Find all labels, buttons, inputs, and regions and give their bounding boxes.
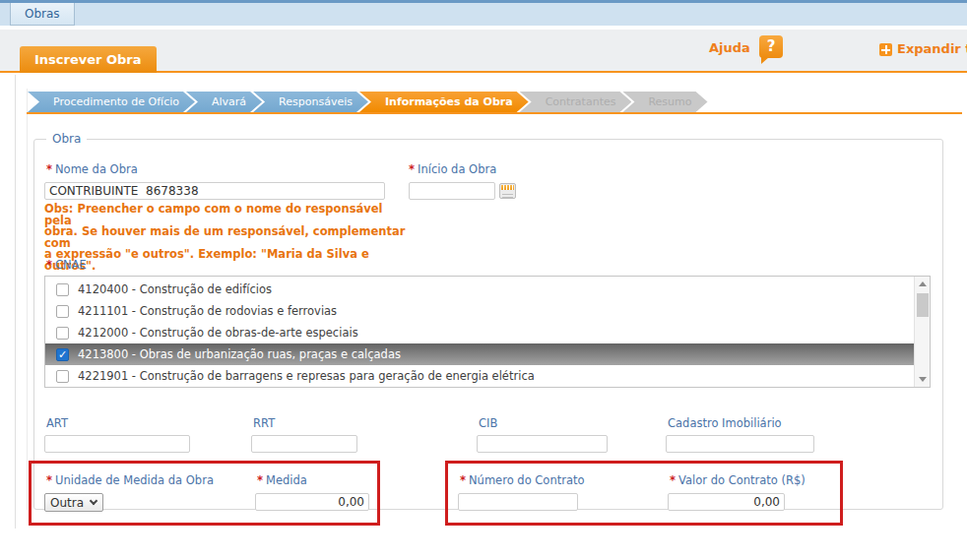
valor-contrato-input[interactable]: [668, 493, 785, 511]
required-marker: *: [409, 162, 415, 176]
checkbox-icon[interactable]: [56, 283, 69, 296]
checkbox-icon[interactable]: [56, 348, 69, 361]
cnae-option-label: 4212000 - Construção de obras-de-arte es…: [78, 326, 358, 340]
required-marker: *: [46, 162, 52, 176]
help-link[interactable]: Ajuda: [709, 40, 750, 55]
medida-label: *Medida: [257, 473, 307, 487]
nome-obra-input[interactable]: [44, 182, 385, 200]
required-marker: *: [46, 473, 52, 487]
scroll-up-icon[interactable]: [915, 277, 931, 290]
wizard-tab[interactable]: Procedimento de Ofício: [28, 92, 195, 112]
expand-all-icon[interactable]: [879, 43, 892, 56]
top-nav-bar: [0, 3, 967, 26]
cnae-option-row[interactable]: 4212000 - Construção de obras-de-arte es…: [45, 322, 914, 343]
wizard-tab[interactable]: Contratantes: [520, 92, 632, 112]
wizard-underline: [27, 112, 962, 114]
chevron-down-icon: [90, 497, 97, 505]
header-band: Inscrever Obra Ajuda ? Expandir tudo: [0, 30, 967, 73]
inicio-obra-label: *Início da Obra: [409, 162, 496, 176]
cnae-option-label: 4221901 - Construção de barragens e repr…: [78, 369, 535, 383]
help-icon[interactable]: ?: [759, 35, 783, 58]
cnae-listbox: 4120400 - Construção de edifícios 421110…: [44, 276, 931, 388]
required-marker: *: [670, 473, 676, 487]
cib-label: CIB: [479, 416, 497, 430]
art-label: ART: [46, 416, 68, 430]
wizard-tab[interactable]: Alvará: [186, 92, 262, 112]
required-marker: *: [460, 473, 466, 487]
cadastro-imobiliario-label: Cadastro Imobiliário: [668, 416, 782, 430]
unidade-medida-select[interactable]: Outra: [44, 493, 103, 512]
art-input[interactable]: [44, 435, 190, 453]
scroll-down-icon[interactable]: [915, 373, 931, 387]
wizard-tab[interactable]: Responsáveis: [253, 92, 368, 112]
scrollbar-thumb[interactable]: [917, 293, 929, 317]
expand-all-link[interactable]: Expandir tudo: [897, 41, 967, 56]
checkbox-icon[interactable]: [56, 370, 69, 383]
wizard-tab[interactable]: Informações da Obra: [359, 92, 529, 112]
cnae-options: 4120400 - Construção de edifícios 421110…: [45, 277, 914, 387]
cnae-option-label: 4211101 - Construção de rodovias e ferro…: [78, 304, 337, 318]
medida-input[interactable]: [255, 493, 369, 511]
required-marker: *: [46, 258, 52, 272]
required-marker: *: [257, 473, 263, 487]
page-title: Inscrever Obra: [20, 46, 157, 73]
page: Obras Inscrever Obra Ajuda ? Expandir tu…: [0, 0, 967, 560]
cadastro-imobiliario-input[interactable]: [666, 435, 814, 453]
cnae-option-row[interactable]: 4213800 - Obras de urbanização ruas, pra…: [45, 343, 914, 365]
panel-left-border: [15, 75, 16, 529]
obra-fieldset-legend: Obra: [46, 132, 87, 146]
cnae-option-row[interactable]: 4120400 - Construção de edifícios: [45, 279, 914, 300]
nome-obra-label: *Nome da Obra: [46, 162, 138, 176]
cib-input[interactable]: [477, 435, 608, 453]
unidade-medida-value: Outra: [50, 496, 84, 510]
unidade-medida-label: *Unidade de Medida da Obra: [46, 473, 214, 487]
cnae-scrollbar[interactable]: [914, 277, 930, 387]
numero-contrato-label: *Número do Contrato: [460, 473, 585, 487]
inicio-obra-input[interactable]: [409, 182, 495, 200]
checkbox-icon[interactable]: [56, 327, 69, 340]
wizard-tab-bar: Procedimento de OfícioAlvaráResponsáveis…: [36, 92, 708, 112]
calendar-icon[interactable]: [499, 183, 516, 199]
valor-contrato-label: *Valor do Contrato (R$): [670, 473, 806, 487]
wizard-tab[interactable]: Resumo: [622, 92, 707, 112]
rrt-input[interactable]: [251, 435, 357, 453]
form-left-border: [27, 89, 28, 510]
checkbox-icon[interactable]: [56, 305, 69, 318]
nome-obra-note: Obs: Preencher o campo com o nome do res…: [44, 204, 411, 272]
cnae-label: *CNAE: [46, 258, 87, 272]
cnae-option-label: 4213800 - Obras de urbanização ruas, pra…: [78, 347, 401, 361]
cnae-option-label: 4120400 - Construção de edifícios: [78, 282, 272, 296]
rrt-label: RRT: [253, 416, 275, 430]
cnae-option-row[interactable]: 4221901 - Construção de barragens e repr…: [45, 365, 914, 387]
cnae-option-row[interactable]: 4211101 - Construção de rodovias e ferro…: [45, 300, 914, 322]
numero-contrato-input[interactable]: [458, 493, 578, 511]
nav-tab-obras[interactable]: Obras: [10, 3, 75, 26]
